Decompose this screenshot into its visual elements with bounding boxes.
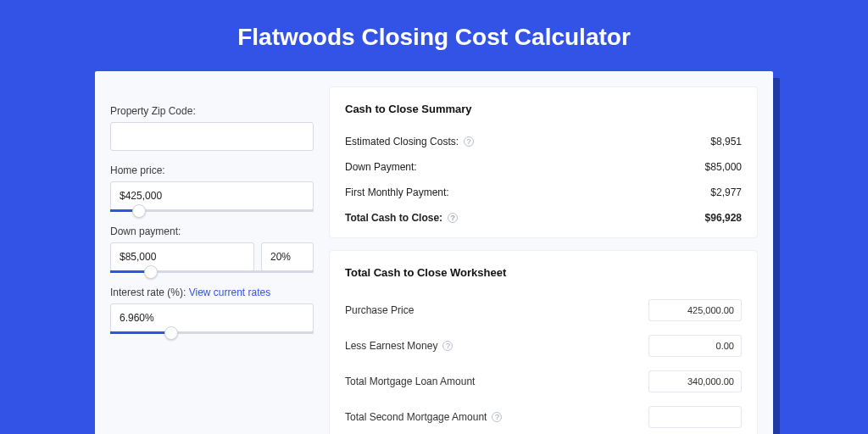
summary-label-text: Down Payment: [345, 161, 417, 173]
help-icon[interactable]: ? [448, 213, 458, 223]
view-rates-link[interactable]: View current rates [189, 287, 271, 298]
worksheet-row-second-mortgage: Total Second Mortgage Amount ? [345, 399, 742, 434]
summary-total-value: $96,928 [705, 212, 742, 224]
page-title: Flatwoods Closing Cost Calculator [0, 0, 868, 71]
summary-label-text: Estimated Closing Costs: [345, 136, 459, 147]
help-icon[interactable]: ? [442, 341, 453, 351]
summary-value: $8,951 [710, 136, 742, 147]
summary-value: $85,000 [705, 161, 742, 173]
worksheet-label: Total Mortgage Loan Amount [345, 376, 475, 387]
zip-label: Property Zip Code: [110, 105, 314, 117]
worksheet-row-mortgage-loan: Total Mortgage Loan Amount [345, 364, 742, 399]
field-interest-rate: Interest rate (%): View current rates [110, 287, 314, 334]
results-column: Cash to Close Summary Estimated Closing … [329, 86, 758, 434]
summary-value: $2,977 [710, 186, 742, 198]
field-zip: Property Zip Code: [110, 105, 314, 151]
zip-input[interactable] [110, 122, 314, 151]
inputs-column: Property Zip Code: Home price: Down paym… [110, 86, 314, 434]
slider-thumb[interactable] [164, 326, 178, 340]
calculator-card: Property Zip Code: Home price: Down paym… [95, 71, 773, 434]
help-icon[interactable]: ? [464, 136, 474, 147]
field-down-payment: Down payment: [110, 225, 314, 273]
interest-rate-label-text: Interest rate (%): [110, 287, 189, 298]
down-payment-label: Down payment: [110, 225, 314, 237]
summary-row-down-payment: Down Payment: $85,000 [345, 154, 742, 180]
summary-row-closing-costs: Estimated Closing Costs: ? $8,951 [345, 129, 742, 154]
worksheet-row-purchase-price: Purchase Price [345, 292, 742, 328]
worksheet-row-earnest-money: Less Earnest Money ? [345, 328, 742, 364]
worksheet-title: Total Cash to Close Worksheet [345, 266, 742, 279]
summary-panel: Cash to Close Summary Estimated Closing … [329, 86, 758, 238]
summary-row-first-payment: First Monthly Payment: $2,977 [345, 180, 742, 205]
worksheet-label: Total Second Mortgage Amount [345, 411, 487, 423]
worksheet-label: Purchase Price [345, 304, 414, 316]
worksheet-panel: Total Cash to Close Worksheet Purchase P… [329, 250, 758, 434]
interest-rate-slider[interactable] [110, 331, 314, 334]
slider-thumb[interactable] [132, 204, 146, 218]
down-payment-input[interactable] [110, 242, 254, 271]
help-icon[interactable]: ? [492, 412, 502, 422]
slider-thumb[interactable] [144, 265, 158, 279]
home-price-slider[interactable] [110, 209, 314, 212]
worksheet-label: Less Earnest Money [345, 340, 437, 352]
summary-total-label: Total Cash to Close: [345, 212, 442, 224]
interest-rate-input[interactable] [110, 303, 314, 332]
worksheet-input[interactable] [648, 406, 742, 428]
interest-rate-label: Interest rate (%): View current rates [110, 287, 314, 298]
down-payment-slider[interactable] [110, 270, 314, 273]
summary-title: Cash to Close Summary [345, 103, 742, 115]
summary-label-text: First Monthly Payment: [345, 186, 449, 198]
summary-row-total: Total Cash to Close: ? $96,928 [345, 205, 742, 231]
field-home-price: Home price: [110, 164, 314, 212]
worksheet-input[interactable] [648, 299, 742, 321]
worksheet-input[interactable] [648, 370, 742, 392]
home-price-label: Home price: [110, 164, 314, 176]
worksheet-input[interactable] [648, 335, 742, 357]
down-payment-pct-input[interactable] [261, 242, 314, 271]
